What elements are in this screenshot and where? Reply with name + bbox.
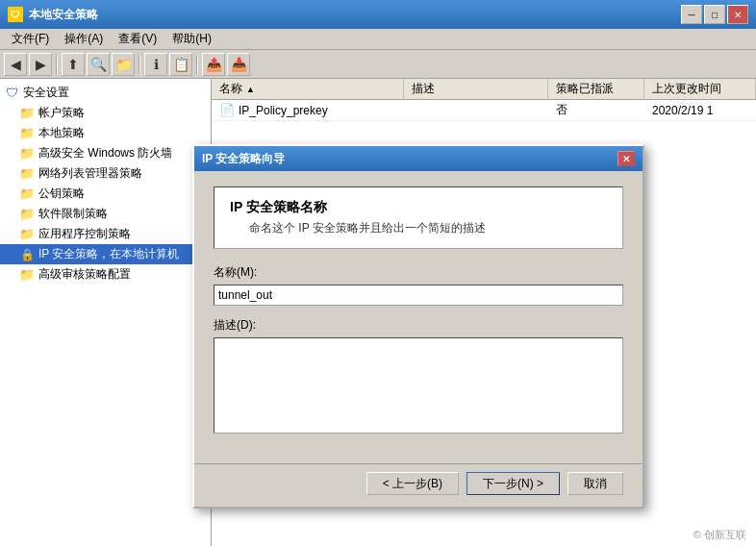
folder-icon: 📁 [19,106,35,121]
tree-item-network-list[interactable]: 📁 网络列表管理器策略 [0,163,211,184]
folder-icon: 📁 [19,166,35,182]
window-controls: ─ □ ✕ [681,5,748,24]
tree-item-applocker[interactable]: 📁 应用程序控制策略 [0,224,211,244]
maximize-button[interactable]: □ [704,5,725,24]
toolbar-properties[interactable]: 📋 [169,53,192,76]
dialog-title-text: IP 安全策略向导 [202,151,617,167]
toolbar-import[interactable]: 📥 [227,53,250,76]
tree-item-firewall[interactable]: 📁 高级安全 Windows 防火墙 [0,143,211,163]
ip-security-icon: 🔒 [19,247,35,262]
tree-item-local-policy[interactable]: 📁 本地策略 [0,123,211,143]
left-panel-tree: 🛡 安全设置 📁 帐户策略 📁 本地策略 📁 高级安全 Windows 防火墙 … [0,79,212,546]
folder-icon: 📁 [19,267,35,283]
col-header-name[interactable]: 名称 ▲ [212,79,404,99]
col-header-assigned[interactable]: 策略已指派 [548,79,644,99]
window-title: 本地安全策略 [29,7,681,23]
tree-item-security-settings[interactable]: 🛡 安全设置 [0,83,211,103]
shield-icon: 🛡 [4,86,19,101]
ip-policy-dialog: IP 安全策略向导 ✕ IP 安全策略名称 命名这个 IP 安全策略并且给出一个… [192,144,644,509]
folder-icon: 📁 [19,227,35,242]
dialog-section-title: IP 安全策略名称 [230,199,607,216]
menu-action[interactable]: 操作(A) [57,29,111,49]
col-header-desc[interactable]: 描述 [404,79,548,99]
desc-textarea[interactable] [214,337,623,434]
name-form-group: 名称(M): [214,264,623,306]
toolbar-info[interactable]: ℹ [144,53,167,76]
toolbar-refresh[interactable]: 🔍 [87,53,110,76]
tree-item-software-restriction[interactable]: 📁 软件限制策略 [0,204,211,224]
toolbar-folder[interactable]: 📁 [112,53,135,76]
tree-item-pubkey[interactable]: 📁 公钥策略 [0,184,211,204]
folder-icon: 📁 [19,126,35,141]
dialog-footer: < 上一步(B) 下一步(N) > 取消 [194,463,643,507]
next-button[interactable]: 下一步(N) > [466,472,560,495]
toolbar-back[interactable]: ◀ [4,53,27,76]
minimize-button[interactable]: ─ [681,5,702,24]
name-input[interactable] [214,285,623,306]
dialog-section-desc: 命名这个 IP 安全策略并且给出一个简短的描述 [230,220,607,236]
prev-button[interactable]: < 上一步(B) [366,472,459,495]
row-icon: 📄 [219,103,235,118]
cancel-button[interactable]: 取消 [567,472,623,495]
menu-bar: 文件(F) 操作(A) 查看(V) 帮助(H) [0,29,756,50]
dialog-close-button[interactable]: ✕ [617,151,635,166]
close-button[interactable]: ✕ [727,5,748,24]
dialog-title-bar: IP 安全策略向导 ✕ [194,146,643,171]
watermark: © 创新互联 [693,528,746,542]
toolbar-export[interactable]: 📤 [202,53,225,76]
toolbar-sep3 [196,55,198,74]
dialog-header-section: IP 安全策略名称 命名这个 IP 安全策略并且给出一个简短的描述 [214,186,623,249]
title-bar: 🛡 本地安全策略 ─ □ ✕ [0,0,756,29]
app-icon: 🛡 [8,7,23,22]
list-header: 名称 ▲ 描述 策略已指派 上次更改时间 [212,79,756,100]
desc-form-group: 描述(D): [214,317,623,436]
list-row[interactable]: 📄 IP_Policy_prekey 否 2020/2/19 1 [212,100,756,121]
tree-item-account-policy[interactable]: 📁 帐户策略 [0,103,211,123]
menu-help[interactable]: 帮助(H) [164,29,219,49]
dialog-body: IP 安全策略名称 命名这个 IP 安全策略并且给出一个简短的描述 名称(M):… [194,171,643,463]
toolbar: ◀ ▶ ⬆ 🔍 📁 ℹ 📋 📤 📥 [0,50,756,79]
toolbar-forward[interactable]: ▶ [29,53,52,76]
row-name-cell: 📄 IP_Policy_prekey [212,101,404,120]
name-label: 名称(M): [214,264,623,281]
row-assigned-cell: 否 [548,100,644,120]
menu-view[interactable]: 查看(V) [111,29,164,49]
toolbar-sep2 [139,55,140,74]
desc-label: 描述(D): [214,317,623,334]
row-modified-cell: 2020/2/19 1 [644,102,756,119]
toolbar-sep1 [56,55,58,74]
folder-icon: 📁 [19,207,35,222]
toolbar-up[interactable]: ⬆ [62,53,85,76]
folder-icon: 📁 [19,186,35,202]
tree-item-ip-security[interactable]: 🔒 IP 安全策略，在本地计算机 [0,244,211,264]
folder-icon: 📁 [19,146,35,161]
tree-item-audit-policy[interactable]: 📁 高级审核策略配置 [0,264,211,285]
row-desc-cell [404,109,548,112]
col-header-modified[interactable]: 上次更改时间 [644,79,756,99]
menu-file[interactable]: 文件(F) [4,29,57,49]
